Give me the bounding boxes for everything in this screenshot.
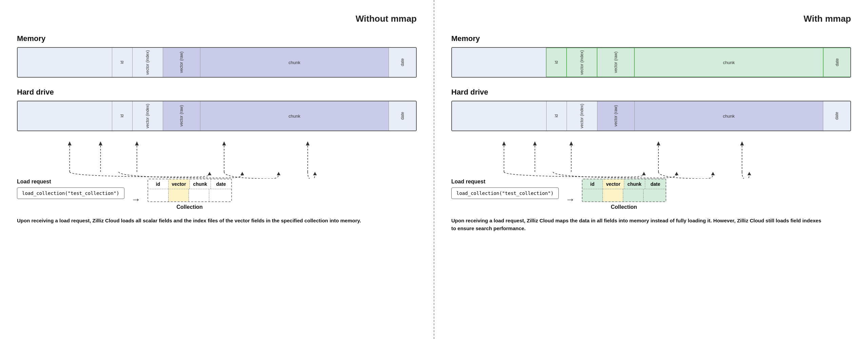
left-col-id-header: id [148,179,169,189]
left-load-request-label: Load request [17,179,51,185]
right-hd-id: id [547,101,567,131]
left-row2-vector [169,193,189,197]
right-collection-header: id vector chunk date [583,179,666,189]
right-mem-chunk: chunk [634,48,823,77]
right-hd-vector-raw: vector (raw) [597,101,635,131]
left-collection-wrapper: id vector chunk date [147,179,232,210]
right-row3-vector [603,197,623,201]
right-row2-date [644,193,664,197]
left-col-vector-header: vector [169,179,190,189]
left-panel: Without mmap Memory id vector (index) ve… [0,0,434,339]
right-row2-chunk [623,193,644,197]
right-hd-box: id vector (index) vector (raw) chunk dat… [451,101,851,131]
svg-marker-7 [222,141,226,145]
right-mem-vector-index: vector (index) [567,48,597,77]
right-row3-date [644,197,664,201]
right-hd-date: date [823,101,850,131]
left-memory-box: id vector (index) vector (raw) chunk dat… [17,47,417,78]
right-arrows-svg [451,138,851,179]
left-hd-vector-index: vector (index) [133,101,163,131]
svg-marker-3 [99,141,102,145]
left-row3-date [209,197,230,201]
right-row1-vector [603,189,623,193]
right-memory-box: id vector (index) vector (raw) chunk dat… [451,47,851,78]
left-bottom-section: Load request load_collection("test_colle… [17,179,417,210]
left-arrows-svg [17,138,417,179]
right-collection-row-3 [583,197,666,201]
left-row1-id [148,189,169,193]
right-load-request-label: Load request [451,179,485,185]
right-memory-label: Memory [451,34,851,43]
left-memory-label: Memory [17,34,417,43]
left-caption: Upon receiving a load request, Zilliz Cl… [17,217,390,225]
right-row3-chunk [623,197,644,201]
left-collection-row-2 [148,193,231,197]
left-row3-chunk [189,197,209,201]
right-collection-table: id vector chunk date [582,179,666,202]
left-row2-chunk [189,193,209,197]
right-col-date-header: date [645,179,666,189]
right-row1-id [583,189,603,193]
svg-marker-24 [642,172,646,175]
left-hd-chunk: chunk [200,101,389,131]
left-collection-row-3 [148,197,231,201]
left-row3-id [148,197,169,201]
right-row3-id [583,197,603,201]
left-mem-empty [18,48,112,77]
right-panel-title: With mmap [451,14,851,24]
right-row1-chunk [623,189,644,193]
left-row1-chunk [189,189,209,193]
right-panel: With mmap Memory id vector (index) vecto… [434,0,868,339]
left-collection-table: id vector chunk date [147,179,232,202]
right-hd-label: Hard drive [451,88,851,97]
right-load-request: Load request load_collection("test_colle… [451,179,559,199]
svg-marker-15 [502,141,506,145]
right-arrow-right: → [566,194,575,205]
right-caption: Upon receiving a load request, Zilliz Cl… [451,217,824,232]
left-collection-row-1 [148,189,231,193]
left-col-date-header: date [211,179,231,189]
svg-marker-5 [135,141,139,145]
left-collection-label: Collection [177,204,203,210]
left-mem-vector-index: vector (index) [133,48,163,77]
left-collection-header: id vector chunk date [148,179,231,189]
right-mem-vector-raw: vector (raw) [597,48,634,77]
left-mem-vector-raw: vector (raw) [163,48,200,77]
left-mem-date: date [389,48,416,77]
svg-marker-27 [748,172,751,175]
right-collection-row-2 [583,193,666,197]
right-col-vector-header: vector [603,179,624,189]
left-arrow-right: → [131,194,141,205]
right-mem-empty [452,48,546,77]
left-col-chunk-header: chunk [190,179,211,189]
left-mem-id: id [112,48,133,77]
left-row3-vector [169,197,189,201]
right-collection-wrapper: id vector chunk date [582,179,666,210]
left-hd-empty [18,101,112,131]
right-collection-label: Collection [611,204,637,210]
svg-marker-12 [277,172,280,175]
right-collection-row-1 [583,189,666,193]
left-mem-chunk: chunk [200,48,389,77]
svg-marker-9 [306,141,310,145]
left-hd-label: Hard drive [17,88,417,97]
right-hd-vector-index: vector (index) [567,101,597,131]
left-load-request: Load request load_collection("test_colle… [17,179,124,199]
svg-marker-10 [208,172,212,175]
right-row2-vector [603,193,623,197]
left-row1-date [209,189,230,193]
right-mem-date: date [823,48,850,77]
right-row2-id [583,193,603,197]
left-row1-vector [169,189,189,193]
svg-marker-17 [533,141,537,145]
left-load-request-code: load_collection("test_collection") [17,187,124,199]
svg-marker-23 [740,141,744,145]
right-mem-id: id [546,48,567,77]
left-panel-title: Without mmap [17,14,417,24]
svg-marker-25 [675,172,678,175]
svg-marker-26 [711,172,715,175]
left-row2-id [148,193,169,197]
right-row1-date [644,189,664,193]
svg-marker-11 [240,172,244,175]
svg-marker-21 [657,141,660,145]
